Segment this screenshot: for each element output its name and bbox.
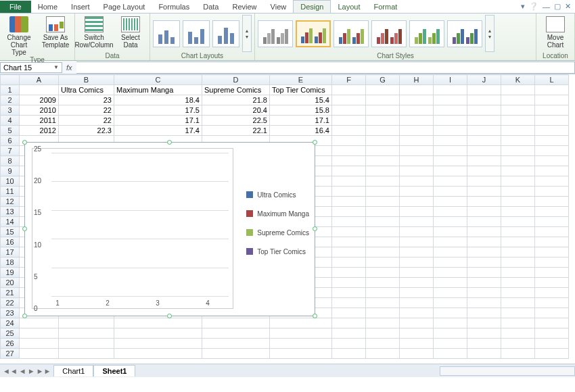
row-header[interactable]: 4 (1, 116, 20, 126)
row-header[interactable]: 21 (1, 288, 20, 298)
sheet-nav-button[interactable]: ◄◄ (3, 367, 18, 375)
cell[interactable] (501, 146, 535, 156)
cell[interactable] (270, 318, 332, 328)
cell[interactable] (332, 237, 366, 247)
tab-format[interactable]: Format (367, 1, 404, 13)
cell[interactable]: 22.3 (59, 126, 114, 136)
cell[interactable] (59, 349, 114, 359)
cell[interactable] (20, 339, 59, 349)
cell[interactable] (332, 247, 366, 258)
cell[interactable] (501, 308, 535, 318)
cell[interactable]: Top Tier Comics (270, 85, 332, 95)
cell[interactable]: 15.4 (270, 95, 332, 105)
cell[interactable] (535, 176, 569, 187)
cell[interactable] (332, 288, 366, 298)
cell[interactable] (332, 156, 366, 166)
cell[interactable] (366, 166, 400, 176)
cell[interactable] (467, 227, 501, 237)
col-header[interactable]: J (467, 75, 501, 85)
name-box-dropdown-icon[interactable]: ▼ (53, 64, 59, 70)
cell[interactable]: 17.1 (270, 116, 332, 126)
col-header[interactable]: K (501, 75, 535, 85)
cell[interactable] (434, 318, 467, 328)
cell[interactable] (535, 237, 569, 247)
cell[interactable] (434, 217, 467, 227)
sheet-nav-button[interactable]: ►► (37, 367, 51, 375)
cell[interactable] (400, 207, 434, 217)
cell[interactable] (535, 268, 569, 278)
cell[interactable] (434, 156, 467, 166)
ribbon-minimize-icon[interactable]: ▾ (521, 2, 525, 11)
row-header[interactable]: 23 (1, 308, 20, 318)
cell[interactable] (467, 126, 501, 136)
cell[interactable] (400, 318, 434, 328)
cell[interactable] (467, 166, 501, 176)
cell[interactable] (270, 349, 332, 359)
col-header[interactable]: H (400, 75, 434, 85)
row-header[interactable]: 24 (1, 318, 20, 328)
cell[interactable] (501, 116, 535, 126)
cell[interactable]: 2010 (20, 105, 59, 116)
cell[interactable] (332, 318, 366, 328)
cell[interactable] (400, 136, 434, 146)
cell[interactable] (434, 207, 467, 217)
style-thumb[interactable] (447, 20, 482, 47)
help-icon[interactable]: ❔ (529, 2, 538, 11)
cell[interactable] (501, 237, 535, 247)
cell[interactable] (366, 298, 400, 308)
embedded-chart[interactable]: 1234 0510152025 Ultra ComicsMaximum Mang… (24, 142, 315, 316)
cell[interactable] (434, 105, 467, 116)
cell[interactable] (366, 339, 400, 349)
cell[interactable]: 15.8 (270, 105, 332, 116)
legend-item[interactable]: Supreme Comics (246, 225, 309, 240)
sheet-nav-button[interactable]: ► (28, 367, 35, 375)
tab-formulas[interactable]: Formulas (152, 1, 196, 13)
row-header[interactable]: 11 (1, 187, 20, 197)
row-header[interactable]: 18 (1, 258, 20, 268)
cell[interactable]: 22 (59, 116, 114, 126)
cell[interactable] (535, 258, 569, 268)
cell[interactable] (366, 217, 400, 227)
cell[interactable]: 17.5 (114, 105, 202, 116)
cell[interactable] (400, 349, 434, 359)
cell[interactable] (332, 227, 366, 237)
cell[interactable] (400, 126, 434, 136)
cell[interactable] (535, 318, 569, 328)
cell[interactable] (467, 328, 501, 339)
cell[interactable] (501, 207, 535, 217)
tab-layout[interactable]: Layout (331, 1, 367, 13)
cell[interactable] (400, 339, 434, 349)
cell[interactable] (501, 187, 535, 197)
cell[interactable] (501, 217, 535, 227)
sheet-tab[interactable]: Chart1 (53, 365, 93, 376)
cell[interactable] (501, 349, 535, 359)
cell[interactable] (400, 247, 434, 258)
cell[interactable] (332, 298, 366, 308)
cell[interactable] (467, 339, 501, 349)
legend-item[interactable]: Ultra Comics (246, 187, 309, 202)
plot-area[interactable]: 1234 0510152025 (32, 148, 233, 309)
cell[interactable] (467, 207, 501, 217)
cell[interactable] (434, 268, 467, 278)
cell[interactable] (535, 187, 569, 197)
cell[interactable] (366, 328, 400, 339)
cell[interactable] (114, 349, 202, 359)
cell[interactable] (434, 197, 467, 207)
window-restore-icon[interactable]: ▢ (554, 2, 561, 11)
cell[interactable] (332, 217, 366, 227)
cell[interactable] (535, 166, 569, 176)
cell[interactable] (501, 197, 535, 207)
row-header[interactable]: 17 (1, 247, 20, 258)
row-header[interactable]: 6 (1, 136, 20, 146)
col-header[interactable]: A (20, 75, 59, 85)
cell[interactable] (400, 105, 434, 116)
cell[interactable] (434, 95, 467, 105)
cell[interactable] (332, 146, 366, 156)
col-header[interactable]: L (535, 75, 569, 85)
cell[interactable] (400, 258, 434, 268)
col-header[interactable]: I (434, 75, 467, 85)
cell[interactable] (501, 126, 535, 136)
tab-page-layout[interactable]: Page Layout (97, 1, 152, 13)
cell[interactable] (467, 288, 501, 298)
cell[interactable] (400, 116, 434, 126)
